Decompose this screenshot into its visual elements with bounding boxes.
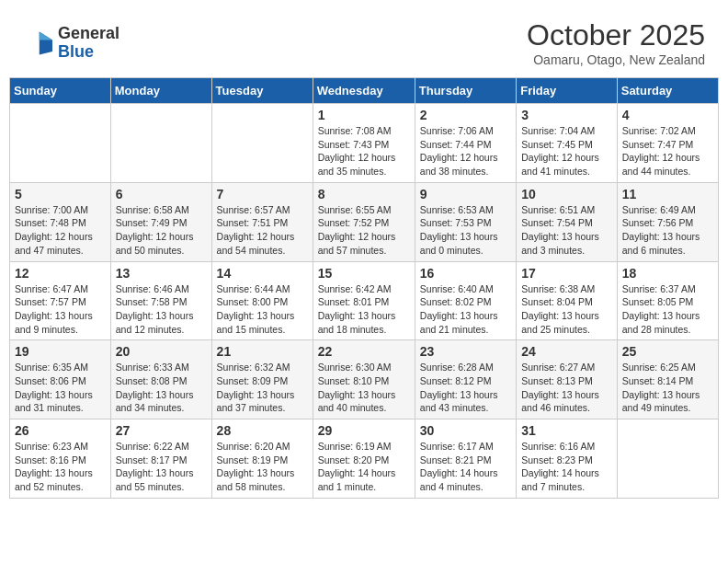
day-info: Sunrise: 6:17 AM Sunset: 8:21 PM Dayligh… (420, 440, 511, 494)
day-info: Sunrise: 6:53 AM Sunset: 7:53 PM Dayligh… (420, 203, 511, 258)
day-number: 10 (521, 187, 612, 201)
day-number: 13 (116, 266, 207, 281)
day-cell: 31Sunrise: 6:16 AM Sunset: 8:23 PM Dayli… (517, 419, 618, 499)
day-number: 25 (622, 344, 713, 359)
day-number: 15 (318, 266, 410, 281)
logo-general-text: General (58, 25, 119, 43)
day-number: 30 (420, 423, 511, 438)
day-cell: 18Sunrise: 6:37 AM Sunset: 8:05 PM Dayli… (617, 261, 718, 340)
day-cell: 29Sunrise: 6:19 AM Sunset: 8:20 PM Dayli… (313, 419, 415, 499)
day-info: Sunrise: 6:20 AM Sunset: 8:19 PM Dayligh… (217, 440, 308, 494)
day-info: Sunrise: 6:51 AM Sunset: 7:54 PM Dayligh… (521, 203, 612, 258)
day-info: Sunrise: 6:33 AM Sunset: 8:08 PM Dayligh… (116, 361, 207, 415)
day-info: Sunrise: 6:37 AM Sunset: 8:05 PM Dayligh… (622, 282, 713, 337)
day-number: 17 (521, 266, 612, 281)
day-info: Sunrise: 6:19 AM Sunset: 8:20 PM Dayligh… (318, 440, 410, 494)
day-info: Sunrise: 7:00 AM Sunset: 7:48 PM Dayligh… (15, 203, 106, 258)
day-cell: 5Sunrise: 7:00 AM Sunset: 7:48 PM Daylig… (10, 182, 111, 261)
day-cell: 23Sunrise: 6:28 AM Sunset: 8:12 PM Dayli… (415, 340, 516, 419)
day-number: 23 (420, 344, 511, 359)
day-number: 20 (116, 344, 207, 359)
day-info: Sunrise: 6:42 AM Sunset: 8:01 PM Dayligh… (318, 282, 410, 337)
day-number: 27 (116, 423, 207, 438)
day-info: Sunrise: 6:35 AM Sunset: 8:06 PM Dayligh… (15, 361, 106, 415)
weekday-header-row: SundayMondayTuesdayWednesdayThursdayFrid… (10, 78, 719, 104)
day-cell (211, 104, 313, 183)
day-number: 8 (318, 187, 410, 201)
day-cell: 2Sunrise: 7:06 AM Sunset: 7:44 PM Daylig… (415, 104, 516, 183)
day-info: Sunrise: 6:58 AM Sunset: 7:49 PM Dayligh… (116, 203, 207, 258)
day-cell: 6Sunrise: 6:58 AM Sunset: 7:49 PM Daylig… (110, 182, 211, 261)
header-wednesday: Wednesday (313, 78, 415, 104)
day-info: Sunrise: 6:57 AM Sunset: 7:51 PM Dayligh… (217, 203, 308, 258)
logo-icon (23, 29, 52, 58)
logo: General Blue (23, 25, 119, 62)
day-number: 3 (521, 108, 612, 122)
header-tuesday: Tuesday (211, 78, 313, 104)
day-cell (10, 104, 111, 183)
day-info: Sunrise: 6:55 AM Sunset: 7:52 PM Dayligh… (318, 203, 410, 258)
day-info: Sunrise: 6:46 AM Sunset: 7:58 PM Dayligh… (116, 282, 207, 337)
day-info: Sunrise: 6:22 AM Sunset: 8:17 PM Dayligh… (116, 440, 207, 494)
day-number: 7 (217, 187, 308, 201)
day-info: Sunrise: 6:38 AM Sunset: 8:04 PM Dayligh… (521, 282, 612, 337)
day-cell: 17Sunrise: 6:38 AM Sunset: 8:04 PM Dayli… (517, 261, 618, 340)
day-cell: 16Sunrise: 6:40 AM Sunset: 8:02 PM Dayli… (415, 261, 516, 340)
day-info: Sunrise: 6:27 AM Sunset: 8:13 PM Dayligh… (521, 361, 612, 415)
day-cell: 7Sunrise: 6:57 AM Sunset: 7:51 PM Daylig… (211, 182, 313, 261)
logo-text: General Blue (58, 25, 119, 62)
header-monday: Monday (110, 78, 211, 104)
header-friday: Friday (517, 78, 618, 104)
day-number: 21 (217, 344, 308, 359)
day-cell: 20Sunrise: 6:33 AM Sunset: 8:08 PM Dayli… (110, 340, 211, 419)
day-cell: 19Sunrise: 6:35 AM Sunset: 8:06 PM Dayli… (10, 340, 111, 419)
page-header: General Blue October 2025 Oamaru, Otago,… (9, 9, 719, 72)
title-block: October 2025 Oamaru, Otago, New Zealand (527, 18, 705, 67)
day-info: Sunrise: 6:30 AM Sunset: 8:10 PM Dayligh… (318, 361, 410, 415)
day-info: Sunrise: 7:08 AM Sunset: 7:43 PM Dayligh… (318, 124, 410, 178)
day-cell: 1Sunrise: 7:08 AM Sunset: 7:43 PM Daylig… (313, 104, 415, 183)
header-saturday: Saturday (617, 78, 718, 104)
day-cell: 11Sunrise: 6:49 AM Sunset: 7:56 PM Dayli… (617, 182, 718, 261)
day-info: Sunrise: 7:06 AM Sunset: 7:44 PM Dayligh… (420, 124, 511, 178)
day-info: Sunrise: 6:28 AM Sunset: 8:12 PM Dayligh… (420, 361, 511, 415)
day-info: Sunrise: 7:04 AM Sunset: 7:45 PM Dayligh… (521, 124, 612, 178)
day-number: 31 (521, 423, 612, 438)
day-number: 9 (420, 187, 511, 201)
day-number: 1 (318, 108, 410, 122)
week-row-1: 1Sunrise: 7:08 AM Sunset: 7:43 PM Daylig… (10, 104, 719, 183)
day-number: 26 (15, 423, 106, 438)
day-cell: 13Sunrise: 6:46 AM Sunset: 7:58 PM Dayli… (110, 261, 211, 340)
day-cell: 27Sunrise: 6:22 AM Sunset: 8:17 PM Dayli… (110, 419, 211, 499)
day-number: 22 (318, 344, 410, 359)
logo-blue-text: Blue (58, 43, 119, 62)
calendar-table: SundayMondayTuesdayWednesdayThursdayFrid… (9, 77, 719, 499)
week-row-4: 19Sunrise: 6:35 AM Sunset: 8:06 PM Dayli… (10, 340, 719, 419)
day-cell: 10Sunrise: 6:51 AM Sunset: 7:54 PM Dayli… (517, 182, 618, 261)
week-row-5: 26Sunrise: 6:23 AM Sunset: 8:16 PM Dayli… (10, 419, 719, 499)
day-number: 11 (622, 187, 713, 201)
day-cell: 3Sunrise: 7:04 AM Sunset: 7:45 PM Daylig… (517, 104, 618, 183)
day-info: Sunrise: 7:02 AM Sunset: 7:47 PM Dayligh… (622, 124, 713, 178)
day-number: 5 (15, 187, 106, 201)
month-title: October 2025 (527, 18, 705, 52)
day-cell: 25Sunrise: 6:25 AM Sunset: 8:14 PM Dayli… (617, 340, 718, 419)
day-cell: 4Sunrise: 7:02 AM Sunset: 7:47 PM Daylig… (617, 104, 718, 183)
day-number: 24 (521, 344, 612, 359)
day-info: Sunrise: 6:47 AM Sunset: 7:57 PM Dayligh… (15, 282, 106, 337)
day-info: Sunrise: 6:16 AM Sunset: 8:23 PM Dayligh… (521, 440, 612, 494)
day-cell: 21Sunrise: 6:32 AM Sunset: 8:09 PM Dayli… (211, 340, 313, 419)
svg-marker-1 (40, 31, 52, 40)
day-info: Sunrise: 6:49 AM Sunset: 7:56 PM Dayligh… (622, 203, 713, 258)
day-cell: 26Sunrise: 6:23 AM Sunset: 8:16 PM Dayli… (10, 419, 111, 499)
day-cell (617, 419, 718, 499)
day-cell: 28Sunrise: 6:20 AM Sunset: 8:19 PM Dayli… (211, 419, 313, 499)
day-cell: 9Sunrise: 6:53 AM Sunset: 7:53 PM Daylig… (415, 182, 516, 261)
day-info: Sunrise: 6:44 AM Sunset: 8:00 PM Dayligh… (217, 282, 308, 337)
day-cell: 8Sunrise: 6:55 AM Sunset: 7:52 PM Daylig… (313, 182, 415, 261)
day-number: 14 (217, 266, 308, 281)
header-thursday: Thursday (415, 78, 516, 104)
day-number: 19 (15, 344, 106, 359)
week-row-3: 12Sunrise: 6:47 AM Sunset: 7:57 PM Dayli… (10, 261, 719, 340)
day-cell: 30Sunrise: 6:17 AM Sunset: 8:21 PM Dayli… (415, 419, 516, 499)
